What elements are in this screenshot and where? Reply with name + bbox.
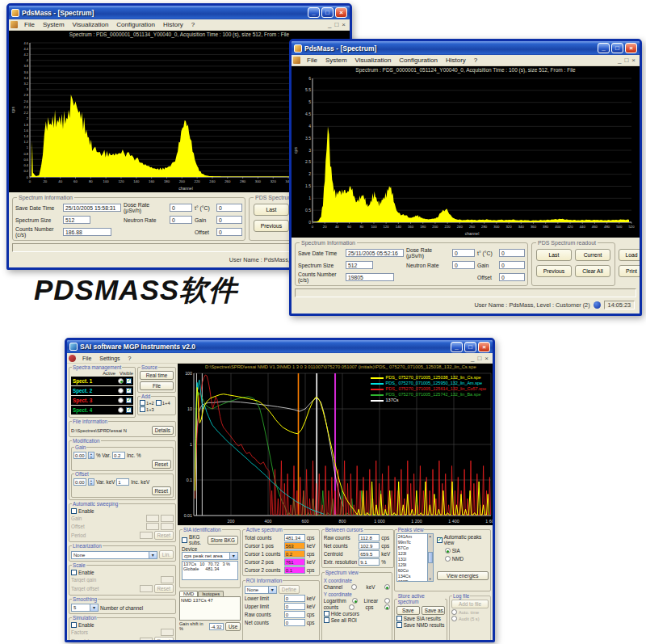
save-date-field[interactable]: 25/11/2005 05:52:16 xyxy=(346,249,404,257)
view-energies-button[interactable]: View energies xyxy=(437,571,489,580)
gain-reset-button[interactable]: Reset xyxy=(152,460,171,469)
menu-file[interactable]: File xyxy=(20,21,39,28)
y-linear-radio[interactable] xyxy=(384,598,390,604)
value-field[interactable]: 0.2 xyxy=(284,550,305,558)
minimize-button[interactable]: _ xyxy=(308,7,320,18)
child-minimize-icon[interactable]: _ xyxy=(471,355,474,362)
roi-select[interactable]: None xyxy=(245,586,277,594)
menu-system[interactable]: System xyxy=(321,57,351,64)
value-field[interactable]: 0 xyxy=(284,611,305,618)
value-field[interactable]: 481.34 xyxy=(284,534,305,541)
visible-checkbox[interactable] xyxy=(126,378,132,384)
menu-settings[interactable]: Settings xyxy=(95,356,124,361)
temperature-field[interactable]: 0 xyxy=(216,204,242,212)
tab-nmd[interactable]: NMD xyxy=(179,591,198,596)
gain-spin-field[interactable]: 0.00 xyxy=(73,452,86,459)
offset-reset-button[interactable]: Reset xyxy=(152,486,171,495)
y-counts-radio[interactable] xyxy=(349,604,354,610)
save-as-button[interactable]: Save as... xyxy=(422,606,445,615)
maximize-button[interactable]: □ xyxy=(464,342,476,352)
previous-button[interactable]: Previous xyxy=(536,265,572,277)
hide-cursors-checkbox[interactable] xyxy=(324,611,329,617)
simulation-reset-button[interactable]: Reset xyxy=(154,637,174,642)
auto-pe aks-checkbox[interactable] xyxy=(437,537,443,543)
peak-item-60Co[interactable]: 60Co xyxy=(397,568,427,574)
dose-rate-field[interactable]: 0 xyxy=(452,249,475,257)
bkg-subs-checkbox[interactable] xyxy=(182,537,187,543)
store-bkg-button[interactable]: Store BKG xyxy=(208,536,238,545)
simulation-enable-checkbox[interactable] xyxy=(71,622,77,628)
offset-spin-field[interactable]: 0.00 xyxy=(73,478,86,486)
menu-visualization[interactable]: Visualization xyxy=(69,21,113,28)
save-nmd-checkbox[interactable] xyxy=(396,622,402,628)
sweeping-reset-button[interactable]: Reset xyxy=(154,531,174,540)
roi-define-button[interactable]: Define xyxy=(279,585,300,594)
neutron-rate-field[interactable]: 0 xyxy=(170,216,192,224)
close-button[interactable]: × xyxy=(625,43,637,53)
visible-checkbox[interactable] xyxy=(126,388,132,394)
details-button[interactable]: Details xyxy=(152,426,174,435)
value-field[interactable]: 0 xyxy=(284,619,305,626)
menu--[interactable]: ? xyxy=(470,57,481,64)
peaks-sia-radio[interactable] xyxy=(445,548,451,554)
menu-file[interactable]: File xyxy=(78,356,95,361)
peak-item-129I[interactable]: 129I xyxy=(397,562,427,568)
offset-field[interactable]: 0 xyxy=(499,273,525,281)
file-button[interactable]: File xyxy=(140,381,174,390)
peaks-listbox[interactable]: 241Am99mTc57Co123I131I129I60Co134Cs152Eu… xyxy=(396,533,427,582)
value-field[interactable]: 761 xyxy=(284,558,305,566)
device-select[interactable]: cps peak net area xyxy=(182,552,238,560)
x-channel-radio[interactable] xyxy=(351,584,357,590)
child-minimize-icon[interactable]: _ xyxy=(328,21,331,28)
see-all-roi-checkbox[interactable] xyxy=(324,617,329,623)
add-1+4-checkbox[interactable] xyxy=(156,400,162,406)
peak-item-134Cs[interactable]: 134Cs xyxy=(397,574,427,579)
use-button[interactable]: Use xyxy=(225,622,241,631)
menu-history[interactable]: History xyxy=(159,21,187,28)
maximize-button[interactable]: □ xyxy=(321,7,333,18)
maximize-button[interactable]: □ xyxy=(611,43,623,53)
child-restore-icon[interactable]: □ xyxy=(477,355,481,362)
value-field[interactable]: 0 xyxy=(284,603,305,610)
dose-rate-field[interactable]: 0 xyxy=(170,204,192,212)
titlebar[interactable]: PdsMass - [Spectrum] _ □ × xyxy=(9,6,350,19)
gain-field[interactable]: 0 xyxy=(499,261,525,269)
counts-field[interactable]: 186.88 xyxy=(63,228,111,236)
gain-spinner[interactable]: ▴▾ xyxy=(88,452,94,459)
peak-item-123I[interactable]: 123I xyxy=(397,551,427,557)
active-radio[interactable] xyxy=(118,398,124,403)
gain-field[interactable]: 0 xyxy=(216,216,242,224)
offset-field[interactable]: 0 xyxy=(216,228,242,236)
previous-button[interactable]: Previous xyxy=(254,220,289,232)
value-field[interactable]: 0.1 xyxy=(284,566,305,574)
offset-inc-field[interactable]: 1 xyxy=(116,478,129,486)
gain-inc-field[interactable]: 0.2 xyxy=(112,452,125,459)
x-kev-radio[interactable] xyxy=(384,584,390,590)
peaks-scrollbar[interactable]: ▴▾ xyxy=(427,533,434,582)
titlebar[interactable]: SAI software MGP Instruments v2.0 _ □ × xyxy=(67,340,493,353)
print-button[interactable]: Print xyxy=(619,265,642,277)
minimize-button[interactable]: _ xyxy=(598,43,610,53)
value-field[interactable]: 563 xyxy=(284,542,305,549)
menu-system[interactable]: System xyxy=(39,21,69,28)
add-1+3-checkbox[interactable] xyxy=(140,406,145,412)
child-close-icon[interactable]: × xyxy=(631,57,636,64)
spectrum-size-field[interactable]: 512 xyxy=(346,261,373,269)
gain-shift-field[interactable]: -4.32 xyxy=(209,623,224,630)
last-button[interactable]: Last xyxy=(254,204,289,216)
current-button[interactable]: Current xyxy=(575,249,610,261)
value-field[interactable]: 9.1 xyxy=(359,558,380,566)
value-field[interactable]: 102.9 xyxy=(359,542,380,549)
audit-radio[interactable] xyxy=(451,616,457,621)
save-date-field[interactable]: 25/10/2005 15:58:31 xyxy=(63,204,121,212)
child-close-icon[interactable]: × xyxy=(342,21,346,28)
real-time-button[interactable]: Real time xyxy=(140,371,174,380)
minimize-button[interactable]: _ xyxy=(451,342,463,352)
close-button[interactable]: × xyxy=(335,7,347,18)
linearization-button[interactable]: Lin. xyxy=(159,550,174,559)
clear-all-button[interactable]: Clear All xyxy=(575,265,610,277)
y-cps-radio[interactable] xyxy=(384,604,390,610)
menu-configuration[interactable]: Configuration xyxy=(395,57,442,64)
active-radio[interactable] xyxy=(118,378,124,384)
save-sia-checkbox[interactable] xyxy=(396,616,402,621)
